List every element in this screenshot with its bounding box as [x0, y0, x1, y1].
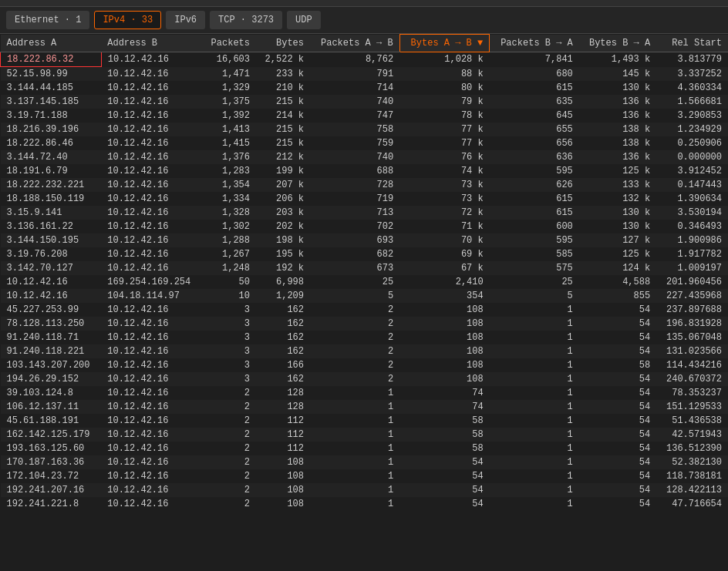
table-row[interactable]: 91.240.118.22110.12.42.1631622108154131.… — [1, 344, 729, 358]
cell-addrA: 91.240.118.221 — [1, 344, 102, 358]
col-header-addrB[interactable]: Address B — [101, 35, 202, 52]
cell-bytesAtoB: 77 k — [399, 136, 490, 150]
cell-packets: 3 — [202, 358, 256, 372]
cell-addrA: 18.222.86.32 — [1, 52, 102, 67]
table-row[interactable]: 91.240.118.7110.12.42.1631622108154135.0… — [1, 331, 729, 344]
table-row[interactable]: 170.187.163.3610.12.42.16210815415452.38… — [1, 455, 729, 469]
table-row[interactable]: 3.137.145.18510.12.42.161,375215 k74079 … — [1, 95, 729, 109]
table-row[interactable]: 192.241.221.810.12.42.16210815415447.716… — [1, 497, 729, 511]
table-row[interactable]: 3.144.72.4010.12.42.161,376212 k74076 k6… — [1, 150, 729, 164]
cell-addrA: 10.12.42.16 — [1, 289, 102, 303]
table-row[interactable]: 3.19.71.18810.12.42.161,392214 k74778 k6… — [1, 109, 729, 123]
table-row[interactable]: 3.144.44.18510.12.42.161,329210 k71480 k… — [1, 81, 729, 95]
cell-relStart: 3.530194 — [656, 206, 728, 220]
cell-addrB: 10.12.42.16 — [101, 358, 202, 372]
table-row[interactable]: 18.222.232.22110.12.42.161,354207 k72873… — [1, 178, 729, 192]
cell-packets: 1,248 — [202, 261, 256, 275]
cell-packetsBtoA: 1 — [490, 372, 579, 386]
cell-packetsAtoB: 740 — [310, 95, 399, 109]
cell-bytes: 199 k — [256, 164, 310, 178]
cell-addrB: 10.12.42.16 — [101, 123, 202, 136]
table-row[interactable]: 3.136.161.2210.12.42.161,302202 k70271 k… — [1, 220, 729, 233]
cell-packetsAtoB: 713 — [310, 206, 399, 220]
table-row[interactable]: 18.216.39.19610.12.42.161,413215 k75877 … — [1, 123, 729, 136]
cell-packets: 2 — [202, 469, 256, 483]
cell-bytes: 112 — [256, 414, 310, 428]
cell-addrA: 3.19.76.208 — [1, 247, 102, 261]
cell-packetsBtoA: 1 — [490, 400, 579, 414]
table-row[interactable]: 78.128.113.25010.12.42.1631622108154196.… — [1, 317, 729, 331]
cell-packetsAtoB: 2 — [310, 344, 399, 358]
cell-bytes: 2,522 k — [256, 52, 310, 67]
table-row[interactable]: 45.61.188.19110.12.42.16211215815451.436… — [1, 414, 729, 428]
cell-bytesBtoA: 130 k — [579, 206, 656, 220]
cell-packetsAtoB: 1 — [310, 442, 399, 455]
col-header-bytes[interactable]: Bytes — [256, 35, 310, 52]
col-header-relStart[interactable]: Rel Start — [656, 35, 728, 52]
table-row[interactable]: 3.15.9.14110.12.42.161,328203 k71372 k61… — [1, 206, 729, 220]
cell-packets: 1,283 — [202, 164, 256, 178]
table-row[interactable]: 18.188.150.11910.12.42.161,334206 k71973… — [1, 192, 729, 206]
cell-bytesAtoB: 108 — [399, 303, 490, 317]
cell-packetsBtoA: 680 — [490, 67, 579, 82]
table-row[interactable]: 39.103.124.810.12.42.16212817415478.3532… — [1, 386, 729, 400]
cell-relStart: 0.346493 — [656, 220, 728, 233]
col-header-bytesBtoA[interactable]: Bytes B → A — [579, 35, 656, 52]
cell-relStart: 3.813779 — [656, 52, 728, 67]
table-row[interactable]: 172.104.23.7210.12.42.162108154154118.73… — [1, 469, 729, 483]
cell-addrA: 162.142.125.179 — [1, 428, 102, 442]
table-row[interactable]: 192.241.207.1610.12.42.162108154154128.4… — [1, 483, 729, 497]
cell-relStart: 0.250906 — [656, 136, 728, 150]
col-header-packetsAtoB[interactable]: Packets A → B — [310, 35, 399, 52]
cell-bytes: 128 — [256, 400, 310, 414]
col-header-packetsBtoA[interactable]: Packets B → A — [490, 35, 579, 52]
tab-udp[interactable]: UDP — [287, 11, 321, 29]
cell-bytes: 207 k — [256, 178, 310, 192]
table-row[interactable]: 106.12.137.1110.12.42.162128174154151.12… — [1, 400, 729, 414]
tab-ethernet[interactable]: Ethernet · 1 — [6, 11, 89, 29]
col-header-bytesAtoB[interactable]: Bytes A → B ▼ — [399, 35, 490, 52]
cell-packetsBtoA: 1 — [490, 386, 579, 400]
table-row[interactable]: 162.142.125.17910.12.42.16211215815442.5… — [1, 428, 729, 442]
table-row[interactable]: 18.222.86.3210.12.42.1616,6032,522 k8,76… — [1, 52, 729, 67]
cell-relStart: 52.382130 — [656, 455, 728, 469]
table-row[interactable]: 10.12.42.16104.18.114.97101,209535458552… — [1, 289, 729, 303]
tab-ipv4[interactable]: IPv4 · 33 — [94, 11, 161, 29]
col-header-packets[interactable]: Packets — [202, 35, 256, 52]
table-row[interactable]: 3.144.150.19510.12.42.161,288198 k69370 … — [1, 233, 729, 247]
cell-addrB: 10.12.42.16 — [101, 109, 202, 123]
cell-addrA: 18.216.39.196 — [1, 123, 102, 136]
cell-bytesBtoA: 132 k — [579, 192, 656, 206]
cell-addrB: 10.12.42.16 — [101, 261, 202, 275]
cell-addrB: 10.12.42.16 — [101, 442, 202, 455]
table-row[interactable]: 18.191.6.7910.12.42.161,283199 k68874 k5… — [1, 164, 729, 178]
cell-packets: 1,329 — [202, 81, 256, 95]
table-row[interactable]: 45.227.253.9910.12.42.1631622108154237.8… — [1, 303, 729, 317]
table-row[interactable]: 10.12.42.16169.254.169.254506,998252,410… — [1, 275, 729, 289]
cell-packets: 1,415 — [202, 136, 256, 150]
conversations-table-container[interactable]: Address A Address B Packets Bytes Packet… — [0, 34, 728, 559]
table-row[interactable]: 103.143.207.20010.12.42.1631662108158114… — [1, 358, 729, 372]
table-row[interactable]: 3.142.70.12710.12.42.161,248192 k67367 k… — [1, 261, 729, 275]
cell-packets: 1,354 — [202, 178, 256, 192]
cell-packets: 1,376 — [202, 150, 256, 164]
cell-relStart: 1.900986 — [656, 233, 728, 247]
tab-tcp[interactable]: TCP · 3273 — [210, 11, 282, 29]
table-row[interactable]: 18.222.86.4610.12.42.161,415215 k75977 k… — [1, 136, 729, 150]
table-row[interactable]: 194.26.29.15210.12.42.1631622108154240.6… — [1, 372, 729, 386]
cell-relStart: 3.290853 — [656, 109, 728, 123]
cell-relStart: 3.337252 — [656, 67, 728, 82]
cell-packets: 2 — [202, 428, 256, 442]
tab-ipv6[interactable]: IPv6 — [166, 11, 205, 29]
cell-addrA: 3.144.72.40 — [1, 150, 102, 164]
table-row[interactable]: 52.15.98.9910.12.42.161,471233 k79188 k6… — [1, 67, 729, 82]
table-row[interactable]: 193.163.125.6010.12.42.162112158154136.5… — [1, 442, 729, 455]
cell-relStart: 201.960456 — [656, 275, 728, 289]
cell-relStart: 237.897688 — [656, 303, 728, 317]
table-row[interactable]: 3.19.76.20810.12.42.161,267195 k68269 k5… — [1, 247, 729, 261]
cell-packetsAtoB: 714 — [310, 81, 399, 95]
cell-packetsBtoA: 575 — [490, 261, 579, 275]
col-header-addrA[interactable]: Address A — [1, 35, 102, 52]
cell-addrB: 10.12.42.16 — [101, 67, 202, 82]
cell-relStart: 240.670372 — [656, 372, 728, 386]
